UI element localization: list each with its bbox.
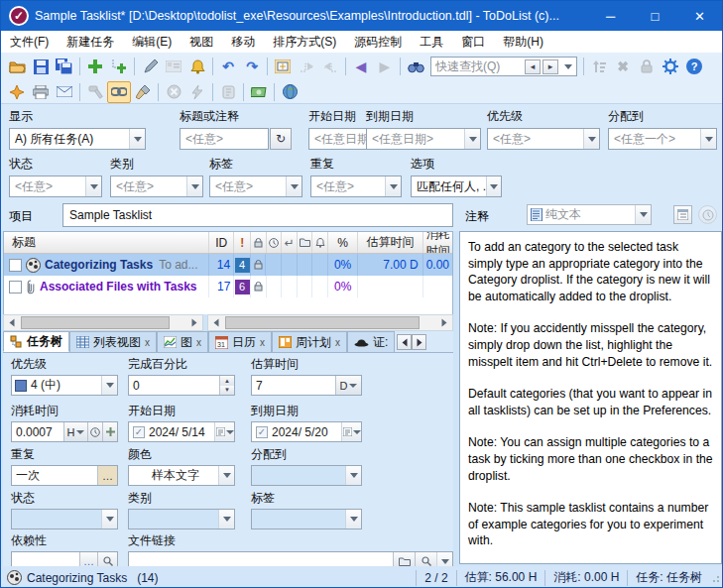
status-combo[interactable] — [11, 509, 118, 529]
task-card-icon[interactable] — [162, 56, 185, 77]
filter-title-input[interactable]: <任意> — [180, 128, 269, 150]
maximize-button[interactable]: □ — [633, 1, 677, 31]
color-combo[interactable]: 样本文字 — [128, 465, 235, 486]
column-estimate[interactable]: 估算时间 — [358, 232, 422, 253]
spinner-buttons[interactable]: ▲▼ — [219, 376, 234, 395]
dependency-field[interactable]: … — [11, 551, 118, 566]
save-all-icon[interactable] — [53, 56, 76, 77]
menu-new-task[interactable]: 新建任务 — [58, 31, 123, 53]
start-date-picker[interactable]: ✓ 2024/ 5/14 — [128, 421, 235, 442]
column-spent[interactable]: 消耗时间 — [423, 232, 452, 253]
resize-grip[interactable] — [710, 573, 720, 583]
filter-category-combo[interactable]: <任意> — [110, 176, 203, 197]
recurrence-field[interactable]: 一次 … — [11, 465, 118, 486]
open-file-icon[interactable] — [5, 56, 29, 77]
column-priority[interactable]: ! — [234, 232, 251, 253]
back-icon[interactable]: ◀ — [349, 56, 373, 77]
recurrence-edit-button[interactable]: … — [97, 466, 117, 485]
cleanup-brush-icon[interactable] — [131, 81, 155, 103]
preferences-gear-icon[interactable] — [659, 56, 682, 77]
task-row[interactable]: Categorizing Tasks To ad... 14 4 0% 7.00… — [4, 254, 452, 276]
add-time-button[interactable] — [102, 422, 117, 441]
filter-show-combo[interactable]: A) 所有任务(A) — [9, 128, 146, 150]
calendar-dropdown-icon[interactable] — [214, 422, 234, 441]
quick-find-prev-icon[interactable]: ◂ — [525, 59, 541, 74]
category-combo[interactable] — [128, 509, 235, 529]
estimate-field[interactable]: 7 D — [251, 375, 362, 396]
help-icon[interactable]: ? — [682, 56, 706, 77]
percent-done-spinner[interactable]: 0 ▲▼ — [128, 375, 235, 396]
menu-sort[interactable]: 排序方式(S) — [264, 31, 345, 53]
filter-priority-combo[interactable]: <任意> — [487, 128, 600, 150]
tab-calendar[interactable]: 31 日历x — [208, 331, 272, 352]
column-recurrence-icon[interactable]: ↵ — [282, 232, 298, 253]
scroll-left-icon[interactable] — [4, 315, 20, 330]
menu-file[interactable]: 文件(F) — [1, 31, 58, 53]
dependency-edit-button[interactable]: … — [79, 552, 97, 566]
quick-find-next-icon[interactable]: ▸ — [542, 59, 558, 74]
column-title[interactable]: 标题 — [4, 232, 209, 253]
new-subtask-icon[interactable] — [107, 56, 131, 77]
file-link-dropdown-icon[interactable] — [436, 552, 452, 566]
filter-status-combo[interactable]: <任意> — [9, 176, 102, 197]
task-checkbox[interactable] — [9, 259, 22, 272]
column-id[interactable]: ID — [209, 232, 234, 253]
find-tasks-icon[interactable] — [404, 56, 427, 77]
tab-burndown[interactable]: 证: — [347, 331, 395, 352]
time-spent-field[interactable]: 0.0007 H — [11, 421, 118, 442]
quick-find-combo[interactable]: 快速查找(Q) ◂ ▸ — [430, 57, 577, 76]
file-link-field[interactable] — [128, 551, 453, 566]
menu-edit[interactable]: 编辑(E) — [123, 31, 181, 53]
tab-week-planner[interactable]: 周计划x — [272, 331, 347, 352]
file-find-button[interactable] — [415, 552, 436, 566]
menu-source-control[interactable]: 源码控制 — [345, 31, 411, 53]
tab-task-tree[interactable]: 任务树 — [3, 331, 69, 352]
priority-combo[interactable]: 4 (中) — [11, 375, 118, 396]
maximize-tasklist-icon[interactable] — [271, 56, 295, 77]
filter-options-combo[interactable]: 匹配任何人, ... — [411, 176, 502, 197]
hammer-icon[interactable] — [83, 81, 107, 103]
menu-help[interactable]: 帮助(H) — [494, 31, 552, 53]
column-lock-icon[interactable] — [251, 232, 267, 253]
comments-format-combo[interactable]: 纯文本 — [527, 204, 652, 225]
new-task-icon[interactable] — [83, 56, 107, 77]
close-button[interactable]: ✕ — [677, 1, 722, 31]
link-icon[interactable] — [107, 81, 131, 103]
date-stamp-button[interactable] — [673, 205, 692, 224]
menu-move[interactable]: 移动 — [222, 31, 264, 53]
date-checkbox[interactable]: ✓ — [133, 426, 145, 438]
track-time-button[interactable] — [87, 422, 102, 441]
lock-tasklist-icon[interactable] — [635, 56, 659, 77]
sort-up-icon[interactable] — [587, 56, 611, 77]
undo-icon[interactable]: ↶ — [216, 56, 240, 77]
quick-find-dropdown-icon[interactable] — [560, 58, 576, 75]
currency-icon[interactable] — [247, 81, 271, 103]
email-icon[interactable] — [53, 81, 76, 103]
scroll-right-icon[interactable] — [186, 315, 202, 330]
project-input[interactable]: Sample Tasklist — [62, 203, 453, 227]
comments-pane[interactable]: To add an category to the selected task … — [459, 231, 722, 564]
new-tasklist-icon[interactable] — [5, 81, 29, 103]
cancel-circle-icon[interactable] — [162, 81, 185, 103]
column-time-icon[interactable] — [267, 232, 283, 253]
print-icon[interactable] — [29, 81, 53, 103]
indent-right-icon[interactable] — [295, 56, 318, 77]
tab-list-view[interactable]: 列表视图x — [69, 331, 157, 352]
scroll-left-icon[interactable] — [208, 315, 224, 330]
tab-chart[interactable]: 图x — [157, 331, 208, 352]
filter-refresh-icon[interactable]: ↻ — [270, 128, 292, 150]
title-columns-scrollbar[interactable] — [3, 314, 203, 331]
date-checkbox[interactable]: ✓ — [256, 426, 268, 438]
outdent-left-icon[interactable] — [318, 56, 342, 77]
column-reminder-icon[interactable] — [312, 232, 328, 253]
tab-close-icon[interactable]: x — [145, 337, 150, 348]
tab-close-icon[interactable]: x — [260, 337, 265, 348]
filter-tag-combo[interactable]: <任意> — [209, 176, 302, 197]
task-checkbox[interactable] — [9, 281, 22, 294]
calendar-dropdown-icon[interactable] — [341, 422, 361, 441]
reminder-bell-icon[interactable] — [185, 56, 209, 77]
spent-unit-button[interactable]: H — [63, 422, 87, 441]
browse-folder-button[interactable] — [393, 552, 415, 566]
filter-allocto-combo[interactable]: <任意一个> — [608, 128, 717, 150]
delete-task-icon[interactable]: ✖ — [611, 56, 635, 77]
